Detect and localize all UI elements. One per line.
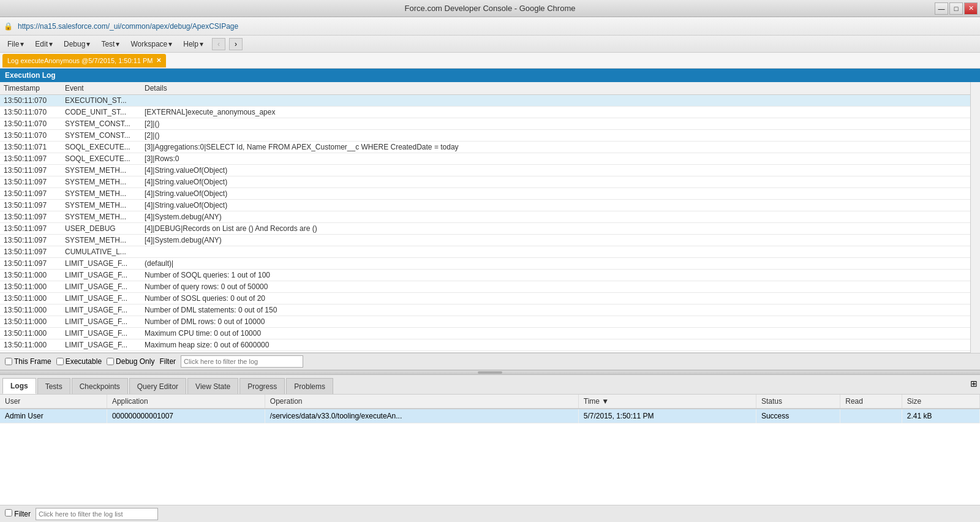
table-row[interactable]: 13:50:11:097 SOQL_EXECUTE... [3]|Rows:0 — [0, 153, 970, 165]
menu-workspace[interactable]: Workspace▾ — [126, 39, 177, 50]
table-row[interactable]: 13:50:11:097 LIMIT_USAGE_F... (default)| — [0, 258, 970, 270]
logs-cell-status: Success — [756, 409, 840, 423]
table-row[interactable]: 13:50:11:097 SYSTEM_METH... [4]|String.v… — [0, 176, 970, 188]
menu-edit[interactable]: Edit▾ — [30, 39, 58, 50]
cell-details: [4]|DEBUG|Records on List are () And Rec… — [141, 223, 970, 235]
table-row[interactable]: 13:50:11:097 SYSTEM_METH... [4]|String.v… — [0, 188, 970, 200]
execution-log-table: Timestamp Event Details 13:50:11:070 EXE… — [0, 82, 970, 351]
executable-input[interactable] — [56, 358, 64, 365]
logs-cell-user: Admin User — [0, 409, 107, 423]
cell-event: LIMIT_USAGE_F... — [61, 328, 141, 339]
table-row[interactable]: 13:50:11:070 SYSTEM_CONST... [2]|() — [0, 130, 970, 142]
cell-details: [4]|System.debug(ANY) — [141, 235, 970, 246]
table-row[interactable]: 13:50:11:097 SYSTEM_METH... [4]|System.d… — [0, 211, 970, 223]
col-details: Details — [141, 82, 970, 95]
bottom-panel: LogsTestsCheckpointsQuery EditorView Sta… — [0, 375, 980, 522]
bottom-tabs: LogsTestsCheckpointsQuery EditorView Sta… — [0, 375, 980, 395]
debug-only-input[interactable] — [107, 358, 114, 365]
col-timestamp: Timestamp — [0, 82, 61, 95]
bottom-tab-checkpoints[interactable]: Checkpoints — [72, 378, 128, 394]
minimize-button[interactable]: — — [935, 2, 948, 15]
filter-input[interactable] — [181, 355, 303, 368]
secure-icon: 🔒 — [4, 22, 13, 31]
log-table-container[interactable]: Timestamp Event Details 13:50:11:070 EXE… — [0, 82, 970, 353]
close-button[interactable]: ✕ — [964, 2, 978, 15]
log-scrollbar[interactable] — [970, 82, 980, 353]
cell-event: CUMULATIVE_L... — [61, 246, 141, 258]
cell-details: Maximum CPU time: 0 out of 10000 — [141, 328, 970, 339]
table-row[interactable]: 13:50:11:070 CODE_UNIT_ST... [EXTERNAL]e… — [0, 107, 970, 118]
table-row[interactable]: 13:50:11:071 SOQL_EXECUTE... [3]|Aggrega… — [0, 142, 970, 153]
menu-debug[interactable]: Debug▾ — [59, 39, 95, 50]
logs-table-container[interactable]: UserApplicationOperationTime ▼StatusRead… — [0, 395, 980, 505]
tabs-collapse-button[interactable]: ⊞ — [970, 379, 978, 388]
log-section: Timestamp Event Details 13:50:11:070 EXE… — [0, 82, 980, 353]
bottom-tab-problems[interactable]: Problems — [286, 378, 333, 394]
table-row[interactable]: 13:50:11:070 EXECUTION_ST... — [0, 95, 970, 107]
table-row[interactable]: 13:50:11:097 SYSTEM_METH... [4]|String.v… — [0, 165, 970, 176]
logs-table: UserApplicationOperationTime ▼StatusRead… — [0, 395, 980, 423]
cell-event: SYSTEM_METH... — [61, 211, 141, 223]
bottom-tab-progress[interactable]: Progress — [239, 378, 285, 394]
cell-timestamp: 13:50:11:097 — [0, 211, 61, 223]
filter-label: Filter — [159, 357, 176, 366]
cell-event: LIMIT_USAGE_F... — [61, 270, 141, 281]
cell-timestamp: 13:50:11:097 — [0, 223, 61, 235]
bottom-tab-view-state[interactable]: View State — [187, 378, 238, 394]
execution-log-header: Execution Log — [0, 69, 980, 82]
tab-bar: Log executeAnonymous @5/7/2015, 1:50:11 … — [0, 53, 980, 69]
bottom-tabs-list: LogsTestsCheckpointsQuery EditorView Sta… — [2, 378, 334, 394]
cell-timestamp: 13:50:11:000 — [0, 304, 61, 316]
bottom-tab-tests[interactable]: Tests — [37, 378, 70, 394]
this-frame-checkbox[interactable]: This Frame — [5, 357, 51, 366]
table-row[interactable]: 13:50:11:000 LIMIT_USAGE_F... Number of … — [0, 316, 970, 328]
cell-timestamp: 13:50:11:070 — [0, 107, 61, 118]
logs-col-user: User — [0, 395, 107, 409]
bottom-tab-query-editor[interactable]: Query Editor — [129, 378, 186, 394]
table-row[interactable]: 13:50:11:000 LIMIT_USAGE_F... Number of … — [0, 293, 970, 304]
table-row[interactable]: 13:50:11:097 SYSTEM_METH... [4]|String.v… — [0, 200, 970, 211]
cell-details: [4]|System.debug(ANY) — [141, 211, 970, 223]
debug-only-checkbox[interactable]: Debug Only — [107, 357, 154, 366]
bottom-filter-checkbox[interactable] — [5, 509, 12, 516]
nav-back-button[interactable]: ‹ — [212, 38, 225, 50]
this-frame-input[interactable] — [5, 358, 12, 365]
table-row[interactable]: 13:50:11:000 LIMIT_USAGE_F... Maximum CP… — [0, 328, 970, 339]
cell-event: CODE_UNIT_ST... — [61, 107, 141, 118]
executable-checkbox[interactable]: Executable — [56, 357, 102, 366]
table-row[interactable]: 13:50:11:000 LIMIT_USAGE_F... Maximum he… — [0, 339, 970, 351]
logs-cell-read — [840, 409, 902, 423]
cell-timestamp: 13:50:11:070 — [0, 95, 61, 107]
tab-close-button[interactable]: ✕ — [156, 57, 161, 64]
active-tab[interactable]: Log executeAnonymous @5/7/2015, 1:50:11 … — [2, 54, 166, 67]
maximize-button[interactable]: □ — [949, 2, 963, 15]
cell-details: Number of SOQL queries: 1 out of 100 — [141, 270, 970, 281]
bottom-tab-logs[interactable]: Logs — [2, 378, 36, 394]
bottom-filter-input[interactable] — [36, 508, 158, 520]
logs-col-time[interactable]: Time ▼ — [578, 395, 756, 409]
col-event: Event — [61, 82, 141, 95]
menu-test[interactable]: Test▾ — [96, 39, 124, 50]
panel-splitter[interactable] — [0, 370, 980, 375]
table-row[interactable]: 13:50:11:000 LIMIT_USAGE_F... Number of … — [0, 304, 970, 316]
table-row[interactable]: 13:50:11:000 LIMIT_USAGE_F... Number of … — [0, 270, 970, 281]
address-url[interactable]: https://na15.salesforce.com/_ui/common/a… — [18, 22, 238, 31]
list-item[interactable]: Admin User 000000000001007 /services/dat… — [0, 409, 980, 423]
cell-details — [141, 246, 970, 258]
logs-col-size: Size — [902, 395, 979, 409]
logs-cell-size: 2.41 kB — [902, 409, 979, 423]
cell-timestamp: 13:50:11:000 — [0, 293, 61, 304]
table-row[interactable]: 13:50:11:097 USER_DEBUG [4]|DEBUG|Record… — [0, 223, 970, 235]
splitter-handle — [478, 371, 502, 374]
table-row[interactable]: 13:50:11:070 SYSTEM_CONST... [2]|() — [0, 118, 970, 130]
table-row[interactable]: 13:50:11:000 LIMIT_USAGE_F... Number of … — [0, 281, 970, 293]
menu-help[interactable]: Help▾ — [178, 39, 208, 50]
table-row[interactable]: 13:50:11:097 CUMULATIVE_L... — [0, 246, 970, 258]
table-row[interactable]: 13:50:11:097 SYSTEM_METH... [4]|System.d… — [0, 235, 970, 246]
cell-details: Maximum heap size: 0 out of 6000000 — [141, 339, 970, 351]
menu-file[interactable]: File▾ — [2, 39, 29, 50]
nav-forward-button[interactable]: › — [229, 38, 243, 50]
cell-details: [4]|String.valueOf(Object) — [141, 188, 970, 200]
cell-timestamp: 13:50:11:000 — [0, 316, 61, 328]
cell-event: LIMIT_USAGE_F... — [61, 339, 141, 351]
